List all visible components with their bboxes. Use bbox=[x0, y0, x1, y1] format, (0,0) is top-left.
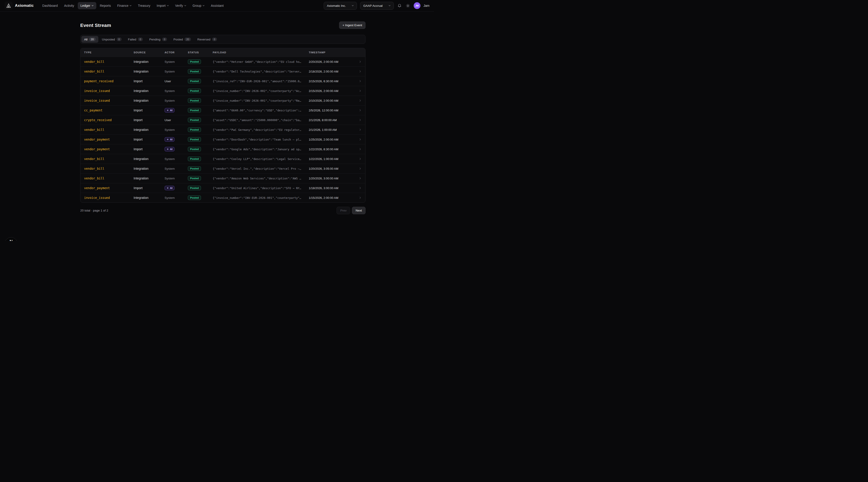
ingest-event-button[interactable]: + Ingest Event bbox=[339, 22, 366, 29]
status-badge: Posted bbox=[188, 186, 201, 190]
nav-item-assistant[interactable]: Assistant bbox=[208, 2, 226, 9]
dev-indicator-button[interactable]: N bbox=[5, 237, 18, 241]
filter-count-badge: 0 bbox=[138, 37, 143, 41]
status-badge: Posted bbox=[188, 89, 201, 93]
payload-cell: {"invoice_ref":"INV-EUR-2026-001","amoun… bbox=[213, 79, 309, 83]
nav-item-finance[interactable]: Finance bbox=[115, 2, 134, 9]
event-row[interactable]: payment_receivedImportUserPosted{"invoic… bbox=[81, 76, 365, 86]
chevron-right-icon bbox=[359, 79, 362, 83]
nav-item-reports[interactable]: Reports bbox=[97, 2, 114, 9]
actor-cell: System bbox=[164, 89, 175, 93]
payload-cell: {"asset":"USDC","amount":"25000.000000",… bbox=[213, 119, 309, 122]
chevron-right-icon bbox=[359, 177, 362, 180]
prev-page-button[interactable]: Prev bbox=[337, 207, 350, 214]
event-type-cell: vendor_bill bbox=[84, 157, 133, 161]
next-page-button[interactable]: Next bbox=[352, 207, 366, 214]
filter-label: Unposted bbox=[102, 38, 115, 41]
event-row[interactable]: vendor_billIntegrationSystemPosted{"vend… bbox=[81, 57, 365, 66]
event-type-cell: vendor_bill bbox=[84, 176, 133, 180]
nav-item-dashboard[interactable]: Dashboard bbox=[39, 2, 61, 9]
filter-label: Reversed bbox=[197, 38, 211, 41]
event-row[interactable]: vendor_paymentImportAIPosted{"vendor":"G… bbox=[81, 144, 365, 154]
event-row[interactable]: vendor_billIntegrationSystemPosted{"vend… bbox=[81, 154, 365, 164]
event-row[interactable]: vendor_paymentImportAIPosted{"vendor":"D… bbox=[81, 134, 365, 144]
timestamp-cell: 1/18/2026, 3:00:00 AM bbox=[309, 186, 355, 190]
event-row[interactable]: vendor_paymentImportAIPosted{"vendor":"U… bbox=[81, 183, 365, 193]
nav-item-group[interactable]: Group bbox=[190, 2, 207, 9]
event-row[interactable]: cc_paymentImportAIPosted{"amount":"6640.… bbox=[81, 105, 365, 115]
chevron-right-icon bbox=[359, 196, 362, 199]
filter-count-badge: 0 bbox=[162, 37, 167, 41]
timestamp-cell: 2/5/2026, 12:00:00 AM bbox=[309, 109, 355, 112]
chevron-right-icon bbox=[359, 109, 362, 112]
event-row[interactable]: invoice_issuedIntegrationSystemPosted{"i… bbox=[81, 86, 365, 96]
actor-cell: System bbox=[164, 60, 175, 64]
ai-actor-badge: AI bbox=[164, 186, 175, 190]
actor-cell: System bbox=[164, 99, 175, 102]
status-badge: Posted bbox=[188, 108, 201, 113]
nav-item-import[interactable]: Import bbox=[154, 2, 172, 9]
timestamp-cell: 1/25/2026, 2:00:00 AM bbox=[309, 138, 355, 141]
theme-toggle-button[interactable] bbox=[405, 3, 410, 8]
page-title: Event Stream bbox=[80, 23, 111, 28]
event-row[interactable]: vendor_billIntegrationSystemPosted{"vend… bbox=[81, 66, 365, 76]
status-badge: Posted bbox=[188, 59, 201, 64]
ledger-basis-select[interactable]: GAAP Accrual bbox=[360, 2, 394, 10]
primary-nav: DashboardActivityLedgerReportsFinanceTre… bbox=[39, 2, 226, 9]
chevron-right-icon bbox=[359, 99, 362, 102]
chevron-down-icon bbox=[184, 5, 186, 6]
filter-tab-failed[interactable]: Failed0 bbox=[125, 36, 146, 43]
actor-cell: User bbox=[164, 79, 171, 83]
events-table: TYPESOURCEACTORSTATUSPAYLOADTIMESTAMP ve… bbox=[80, 48, 366, 203]
payload-cell: {"vendor":"DoorDash","description":"Team… bbox=[213, 138, 309, 141]
filter-tab-reversed[interactable]: Reversed0 bbox=[195, 36, 220, 43]
filter-tab-all[interactable]: All20 bbox=[81, 36, 98, 43]
filter-label: Failed bbox=[128, 38, 136, 41]
timestamp-cell: 1/20/2026, 3:05:00 AM bbox=[309, 167, 355, 170]
timestamp-cell: 2/1/2026, 8:00:00 AM bbox=[309, 119, 355, 122]
timestamp-cell: 1/15/2026, 2:00:00 AM bbox=[309, 196, 355, 199]
nav-item-treasury[interactable]: Treasury bbox=[135, 2, 153, 9]
table-body: vendor_billIntegrationSystemPosted{"vend… bbox=[81, 57, 365, 202]
event-row[interactable]: vendor_billIntegrationSystemPosted{"vend… bbox=[81, 173, 365, 183]
brand: Axiomatic bbox=[4, 2, 34, 10]
event-type-cell: crypto_received bbox=[84, 118, 133, 122]
filter-tab-unposted[interactable]: Unposted0 bbox=[99, 36, 124, 43]
filter-count-badge: 20 bbox=[89, 37, 96, 41]
filter-tab-pending[interactable]: Pending0 bbox=[147, 36, 170, 43]
event-row[interactable]: invoice_issuedIntegrationSystemPosted{"i… bbox=[81, 96, 365, 105]
event-type-cell: payment_received bbox=[84, 79, 133, 83]
sparkle-icon bbox=[166, 187, 169, 189]
notifications-button[interactable] bbox=[397, 3, 402, 8]
entity-select[interactable]: Axiomatic Inc. bbox=[324, 2, 357, 10]
chevron-down-icon bbox=[129, 5, 131, 6]
status-badge: Posted bbox=[188, 118, 201, 122]
event-type-cell: vendor_bill bbox=[84, 167, 133, 170]
timestamp-cell: 2/15/2026, 2:00:00 AM bbox=[309, 89, 355, 93]
event-row[interactable]: vendor_billIntegrationSystemPosted{"vend… bbox=[81, 164, 365, 173]
nav-item-verify[interactable]: Verify bbox=[173, 2, 189, 9]
column-header-source: SOURCE bbox=[133, 51, 164, 54]
ledger-basis-value: GAAP Accrual bbox=[363, 4, 382, 7]
nav-item-activity[interactable]: Activity bbox=[61, 2, 77, 9]
top-nav: Axiomatic DashboardActivityLedgerReports… bbox=[0, 0, 434, 11]
event-stream-page: Event Stream + Ingest Event All20Unposte… bbox=[80, 11, 366, 214]
chevron-down-icon bbox=[389, 5, 391, 6]
status-badge: Posted bbox=[188, 157, 201, 161]
timestamp-cell: 2/1/2026, 1:00:00 AM bbox=[309, 128, 355, 131]
event-row[interactable]: crypto_receivedImportUserPosted{"asset":… bbox=[81, 115, 365, 125]
nav-item-ledger[interactable]: Ledger bbox=[78, 2, 96, 9]
pagination-summary: 20 total · page 1 of 2 bbox=[80, 209, 108, 212]
event-row[interactable]: invoice_issuedIntegrationSystemPosted{"i… bbox=[81, 193, 365, 202]
filter-tab-posted[interactable]: Posted20 bbox=[170, 36, 194, 43]
avatar[interactable]: JM bbox=[414, 2, 421, 9]
event-row[interactable]: vendor_billIntegrationSystemPosted{"vend… bbox=[81, 125, 365, 134]
chevron-right-icon bbox=[359, 128, 362, 131]
status-badge: Posted bbox=[188, 147, 201, 151]
status-badge: Posted bbox=[188, 127, 201, 132]
source-cell: Integration bbox=[133, 196, 164, 199]
source-cell: Integration bbox=[133, 70, 164, 73]
status-badge: Posted bbox=[188, 176, 201, 181]
payload-cell: {"vendor":"Hetzner GmbH","description":"… bbox=[213, 60, 309, 64]
source-cell: Integration bbox=[133, 176, 164, 180]
